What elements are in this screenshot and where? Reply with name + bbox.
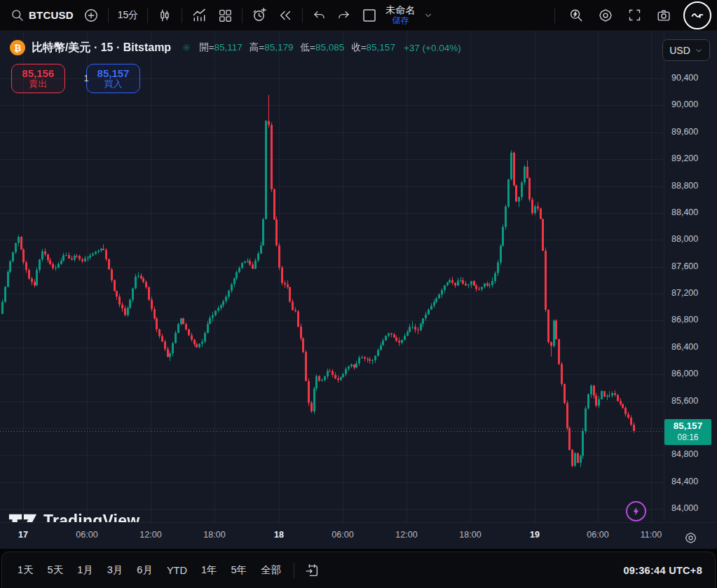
price-axis-label: 90,000 [671,100,698,109]
symbol-header: ₿ 比特幣/美元 · 15 · Bitstamp 開=85,117 高=85,1… [10,40,461,55]
indicators-button[interactable] [186,4,212,27]
multichart-layout-button[interactable] [356,4,383,27]
bottom-divider [294,563,294,578]
range-button-5年[interactable]: 5年 [224,559,254,581]
price-axis-label: 86,000 [671,369,698,378]
range-button-5天[interactable]: 5天 [41,559,71,581]
indicators-icon [191,7,207,23]
grid-layout-icon [217,8,233,23]
range-button-6月[interactable]: 6月 [130,559,160,581]
layout-menu-chevron[interactable] [418,4,439,27]
candlestick-chart-canvas[interactable] [0,31,664,522]
toolbar-divider [554,8,555,23]
toolbar-divider [147,8,148,23]
time-axis-label: 06:00 [587,530,608,540]
price-axis[interactable]: USD 85,157 08:16 84,00084,40084,80085,20… [664,31,717,522]
save-layout-link[interactable]: 儲存 [392,16,409,25]
gear-icon [598,8,613,23]
price-axis-label: 86,400 [671,342,698,352]
session-clock[interactable]: 09:36:44 UTC+8 [623,565,706,576]
alert-clock-plus-icon [252,7,268,23]
compare-add-symbol-button[interactable] [78,4,104,27]
pulse-publish-button[interactable] [683,1,711,29]
price-axis-label: 85,600 [671,396,698,406]
symbol-label: BTCUSD [29,9,74,21]
high-label: 高 [250,42,259,53]
bottom-toolbar: 1天5天1月3月6月YTD1年5年全部 09:36:44 UTC+8 [0,549,717,588]
price-axis-label: 89,200 [671,153,698,163]
quick-trade-lightning-button[interactable] [626,501,646,521]
close-value: 85,157 [367,42,395,53]
chart-style-button[interactable] [152,4,177,27]
tradingview-app: BTCUSD 15分 [0,0,717,588]
time-axis-label: 11:00 [641,530,662,540]
time-axis-label: 18 [274,530,284,540]
range-button-全部[interactable]: 全部 [254,559,288,581]
symbol-title[interactable]: 比特幣/美元 · 15 · Bitstamp [32,41,171,55]
symbol-search-button[interactable]: BTCUSD [6,4,78,27]
price-axis-label: 84,000 [671,503,698,513]
bitcoin-logo-icon: ₿ [10,40,25,55]
toolbar-divider [242,8,243,23]
redo-icon [336,8,351,22]
layout-templates-button[interactable] [212,4,238,27]
range-button-YTD[interactable]: YTD [160,561,194,580]
sell-button[interactable]: 85,156 賣出 [11,64,65,93]
market-status-dot-icon[interactable] [183,44,190,51]
redo-button[interactable] [332,4,356,27]
buy-price: 85,157 [97,67,130,79]
plus-circle-icon [83,8,99,23]
price-axis-label: 90,400 [671,73,698,83]
axis-settings-button[interactable] [680,528,702,547]
sell-price: 85,156 [22,67,55,79]
range-button-3月[interactable]: 3月 [100,559,130,581]
candlestick-icon [157,8,172,23]
chart-settings-button[interactable] [593,4,618,27]
bar-replay-button[interactable] [273,4,298,27]
lightning-search-icon [568,8,584,23]
range-button-1年[interactable]: 1年 [194,559,224,581]
time-axis[interactable]: 1706:0012:0018:001806:0012:0018:001906:0… [0,522,717,549]
go-to-date-button[interactable] [300,560,324,581]
time-axis-label: 06:00 [76,530,97,540]
high-value: 85,179 [264,42,293,53]
single-layout-icon [361,7,378,24]
pulse-wave-icon [690,8,705,23]
quick-search-button[interactable] [564,4,589,27]
interval-button[interactable]: 15分 [113,4,144,27]
price-axis-label: 88,400 [671,207,698,217]
currency-selector-button[interactable]: USD [662,39,710,61]
time-axis-label: 18:00 [459,530,481,540]
open-value: 85,117 [214,42,243,53]
time-axis-label: 06:00 [332,530,353,540]
price-axis-label: 87,600 [671,261,698,271]
chevron-down-icon [423,10,434,21]
date-range-buttons: 1天5天1月3月6月YTD1年5年全部 [11,559,288,581]
current-price-label: 85,157 08:16 [664,419,711,445]
time-axis-label: 12:00 [395,530,417,540]
price-axis-label: 86,800 [671,315,698,324]
low-label: 低 [301,42,310,53]
trade-panel: 85,156 賣出 1 85,157 買入 [11,64,140,93]
toolbar-divider [302,8,303,23]
currency-label: USD [669,45,690,56]
toolbar-divider [182,8,182,23]
range-button-1月[interactable]: 1月 [70,559,100,581]
range-button-1天[interactable]: 1天 [11,559,41,581]
toolbar-divider [108,8,109,23]
layout-name-block[interactable]: 未命名 儲存 [383,5,418,25]
alert-button[interactable] [247,4,273,27]
price-axis-label: 84,400 [671,477,698,486]
spread-value: 1 [76,73,97,83]
snapshot-button[interactable] [651,4,676,27]
time-axis-label: 18:00 [203,530,225,540]
undo-button[interactable] [307,4,332,27]
lightning-bolt-icon [631,506,641,517]
toolbar-right-group [550,1,711,29]
price-axis-label: 88,800 [671,181,698,191]
fullscreen-icon [627,8,642,22]
fullscreen-button[interactable] [622,4,647,27]
replay-rewind-icon [278,8,293,23]
search-icon [11,8,25,22]
time-axis-label: 19 [530,530,540,540]
